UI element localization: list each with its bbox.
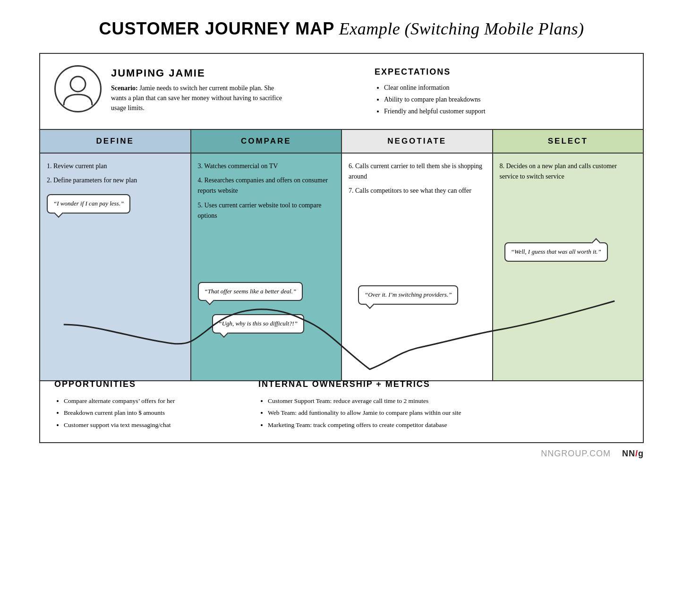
persona-info: JUMPING JAMIE Scenario: Jamie needs to s… xyxy=(111,65,365,113)
page-title: CUSTOMER JOURNEY MAP Example (Switching … xyxy=(99,19,584,39)
footer: NNGROUP.COM NN/g xyxy=(39,443,644,459)
internal-metrics-section: INTERNAL OWNERSHIP + METRICS Customer Su… xyxy=(258,379,629,431)
phase-select-content: 8. Decides on a new plan and calls custo… xyxy=(493,154,643,380)
main-frame: JUMPING JAMIE Scenario: Jamie needs to s… xyxy=(39,53,644,443)
select-bubble: “Well, I guess that was all worth it.” xyxy=(504,242,608,262)
expectations-title: EXPECTATIONS xyxy=(375,67,629,77)
persona-name: JUMPING JAMIE xyxy=(111,67,365,79)
phase-negotiate: NEGOTIATE 6. Calls current carrier to te… xyxy=(342,130,493,380)
phase-select: SELECT 8. Decides on a new plan and call… xyxy=(493,130,643,380)
svg-point-0 xyxy=(70,77,85,92)
list-item: Ability to compare plan breakdowns xyxy=(384,94,629,105)
phase-negotiate-content: 6. Calls current carrier to tell them sh… xyxy=(342,154,492,380)
phase-compare-content: 3. Watches commercial on TV 4. Researche… xyxy=(191,154,342,380)
list-item: Customer support via text messaging/chat xyxy=(64,419,239,431)
compare-bubble-2: “Ugh, why is this so difficult?!” xyxy=(212,314,305,334)
expectations-list: Clear online information Ability to comp… xyxy=(375,82,629,118)
list-item: Friendly and helpful customer support xyxy=(384,105,629,117)
phases-row: DEFINE 1. Review current plan 2. Define … xyxy=(40,130,643,381)
nngroup-logo: NNGROUP.COM NN/g xyxy=(541,449,644,459)
phase-select-steps: 8. Decides on a new plan and calls custo… xyxy=(500,161,637,182)
phase-compare-steps: 3. Watches commercial on TV 4. Researche… xyxy=(198,161,335,222)
avatar xyxy=(54,65,102,112)
expectations-section: EXPECTATIONS Clear online information Ab… xyxy=(375,65,629,118)
list-item: Customer Support Team: reduce average ca… xyxy=(268,395,629,407)
phase-define: DEFINE 1. Review current plan 2. Define … xyxy=(40,130,191,380)
list-item: Web Team: add funtionality to allow Jami… xyxy=(268,407,629,419)
negotiate-bubble: “Over it. I’m switching providers.” xyxy=(358,285,458,305)
list-item: Compare alternate companys’ offers for h… xyxy=(64,395,239,407)
phase-select-header: SELECT xyxy=(493,130,643,154)
phase-compare-header: COMPARE xyxy=(191,130,342,154)
opportunities-list: Compare alternate companys’ offers for h… xyxy=(54,395,239,431)
phase-define-header: DEFINE xyxy=(40,130,190,154)
define-bubble: “I wonder if I can pay less.” xyxy=(47,194,130,214)
internal-metrics-title: INTERNAL OWNERSHIP + METRICS xyxy=(258,379,629,389)
internal-metrics-list: Customer Support Team: reduce average ca… xyxy=(258,395,629,431)
list-item: Marketing Team: track competing offers t… xyxy=(268,419,629,431)
list-item: Clear online information xyxy=(384,82,629,94)
opportunities-section: OPPORTUNITIES Compare alternate companys… xyxy=(54,379,239,431)
list-item: Breakdown current plan into $ amounts xyxy=(64,407,239,419)
phase-compare: COMPARE 3. Watches commercial on TV 4. R… xyxy=(191,130,342,380)
phase-negotiate-steps: 6. Calls current carrier to tell them sh… xyxy=(349,161,486,197)
opportunities-title: OPPORTUNITIES xyxy=(54,379,239,389)
phase-negotiate-header: NEGOTIATE xyxy=(342,130,492,154)
phase-define-content: 1. Review current plan 2. Define paramet… xyxy=(40,154,190,380)
persona-row: JUMPING JAMIE Scenario: Jamie needs to s… xyxy=(40,54,643,130)
phase-define-steps: 1. Review current plan 2. Define paramet… xyxy=(47,161,184,186)
compare-bubble-1: “That offer seems like a better deal.” xyxy=(198,282,303,301)
persona-scenario: Scenario: Jamie needs to switch her curr… xyxy=(111,83,290,113)
